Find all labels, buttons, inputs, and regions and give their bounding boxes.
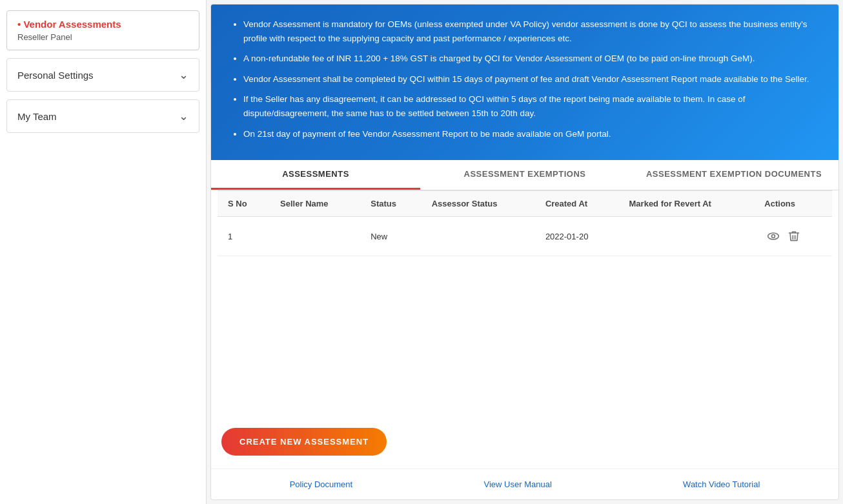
personal-settings-menu[interactable]: Personal Settings ⌄ — [6, 58, 199, 92]
col-actions: Actions — [754, 191, 832, 217]
table-row: 1 New 2022-01-20 — [218, 217, 832, 256]
table-container: S No Seller Name Status Assessor Status … — [211, 190, 838, 415]
policy-document-link[interactable]: Policy Document — [290, 479, 353, 489]
delete-button[interactable] — [785, 227, 803, 245]
footer-links: Policy Document View User Manual Watch V… — [211, 469, 838, 499]
my-team-label: My Team — [17, 111, 57, 122]
tab-assessments[interactable]: ASSESSMENTS — [211, 160, 420, 190]
cell-actions — [754, 217, 832, 256]
tabs-container: ASSESSMENTS ASSESSMENT EXEMPTIONS ASSESS… — [211, 160, 838, 190]
svg-point-1 — [772, 235, 775, 238]
cell-assessor-status — [421, 217, 535, 256]
cell-seller-name — [270, 217, 360, 256]
chevron-down-icon: ⌄ — [179, 109, 188, 123]
view-button[interactable] — [764, 227, 782, 245]
vendor-assessments-label: • Vendor Assessments — [17, 19, 188, 30]
col-assessor-status: Assessor Status — [421, 191, 535, 217]
info-item: A non-refundable fee of INR 11,200 + 18%… — [243, 52, 819, 66]
assessments-table: S No Seller Name Status Assessor Status … — [218, 190, 832, 256]
col-seller-name: Seller Name — [270, 191, 360, 217]
table-header: S No Seller Name Status Assessor Status … — [218, 191, 832, 217]
table-body: 1 New 2022-01-20 — [218, 217, 832, 256]
col-sno: S No — [218, 191, 270, 217]
cell-status: New — [360, 217, 421, 256]
tab-assessment-exemption-documents[interactable]: ASSESSMENT EXEMPTION DOCUMENTS — [629, 160, 838, 190]
cell-sno: 1 — [218, 217, 270, 256]
info-banner: Vendor Assessment is mandatory for OEMs … — [211, 5, 838, 160]
tab-assessment-exemptions[interactable]: ASSESSMENT EXEMPTIONS — [420, 160, 629, 190]
col-created-at: Created At — [535, 191, 619, 217]
my-team-menu[interactable]: My Team ⌄ — [6, 99, 199, 133]
info-item: If the Seller has any disagreement, it c… — [243, 92, 819, 120]
view-user-manual-link[interactable]: View User Manual — [484, 479, 552, 489]
info-item: Vendor Assessment is mandatory for OEMs … — [243, 17, 819, 45]
reseller-panel-label: Reseller Panel — [17, 32, 188, 42]
create-btn-container: CREATE NEW ASSESSMENT — [211, 415, 838, 469]
vendor-assessments-menu[interactable]: • Vendor Assessments Reseller Panel — [6, 10, 199, 50]
col-marked-for-revert-at: Marked for Revert At — [619, 191, 755, 217]
cell-marked-for-revert-at — [619, 217, 755, 256]
info-item: On 21st day of payment of fee Vendor Ass… — [243, 127, 819, 141]
cell-created-at: 2022-01-20 — [535, 217, 619, 256]
svg-point-0 — [768, 233, 779, 239]
personal-settings-label: Personal Settings — [17, 70, 94, 81]
info-list: Vendor Assessment is mandatory for OEMs … — [230, 17, 819, 141]
info-item: Vendor Assessment shall be completed by … — [243, 72, 819, 86]
col-status: Status — [360, 191, 421, 217]
chevron-down-icon: ⌄ — [179, 68, 188, 82]
sidebar: • Vendor Assessments Reseller Panel Pers… — [0, 0, 207, 504]
create-new-assessment-button[interactable]: CREATE NEW ASSESSMENT — [221, 428, 387, 456]
watch-video-tutorial-link[interactable]: Watch Video Tutorial — [683, 479, 760, 489]
main-content: Vendor Assessment is mandatory for OEMs … — [210, 4, 839, 500]
